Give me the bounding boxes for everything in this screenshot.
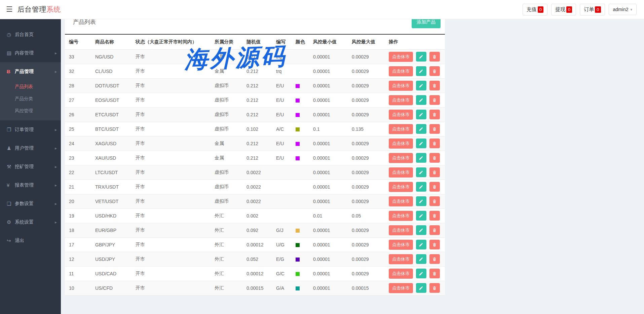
cell-product-name: US/CFD: [91, 281, 131, 295]
sidebar-item-挖矿管理[interactable]: ⚒挖矿管理▸: [0, 157, 61, 176]
sidebar-item-报表管理[interactable]: ¥报表管理▸: [0, 176, 61, 194]
delete-button[interactable]: [429, 196, 440, 206]
cell-status: 开市: [131, 49, 211, 64]
close-market-button[interactable]: 点击休市: [389, 167, 413, 178]
delete-button[interactable]: [429, 211, 440, 221]
edit-button[interactable]: [416, 139, 426, 148]
delete-button[interactable]: [429, 81, 440, 90]
stat-label: 提现: [555, 6, 565, 13]
edit-button[interactable]: [416, 95, 426, 105]
delete-button[interactable]: [429, 124, 440, 134]
stat-button-订单[interactable]: 订单0: [580, 4, 605, 15]
delete-button[interactable]: [429, 153, 440, 163]
sidebar-item-后台首页[interactable]: ◷后台首页: [0, 25, 61, 44]
delete-button[interactable]: [429, 95, 440, 105]
delete-button[interactable]: [429, 269, 440, 278]
cell-code: E/U: [272, 151, 292, 165]
delete-button[interactable]: [429, 139, 440, 148]
column-header: 编写: [272, 34, 292, 49]
delete-button[interactable]: [429, 52, 440, 62]
cell-status: 开市: [131, 223, 211, 237]
delete-button[interactable]: [429, 254, 440, 264]
edit-button[interactable]: [416, 167, 426, 177]
edit-button[interactable]: [416, 153, 426, 163]
edit-button[interactable]: [416, 66, 426, 76]
delete-button[interactable]: [429, 225, 440, 235]
stat-button-充值[interactable]: 充值0: [523, 4, 547, 15]
close-market-button[interactable]: 点击休市: [389, 153, 413, 163]
close-market-button[interactable]: 点击休市: [389, 81, 413, 91]
sidebar-item-退出[interactable]: ↪退出: [0, 231, 61, 250]
column-header: 风控最小值: [309, 34, 348, 49]
edit-button[interactable]: [416, 254, 426, 264]
cell-status: 开市: [131, 180, 211, 194]
close-market-button[interactable]: 点击休市: [389, 182, 413, 192]
cell-risk-min: 0.00001: [309, 93, 348, 107]
close-market-button[interactable]: 点击休市: [389, 240, 413, 250]
product-list-card: 产品列表 添加产品 海外源码 编号商品名称状态（大盘正常开市时间内）所属分类随机…: [65, 10, 445, 296]
gear-icon: ⚙: [7, 219, 15, 225]
sidebar-item-系统设置[interactable]: ⚙系统设置▸: [0, 213, 61, 231]
close-market-button[interactable]: 点击休市: [389, 124, 413, 134]
chevron-right-icon: ▸: [55, 69, 57, 74]
trash-icon: [432, 286, 437, 290]
cell-product-name: TRX/USDT: [91, 180, 131, 194]
edit-button[interactable]: [416, 182, 426, 192]
pencil-icon: [419, 257, 423, 262]
sidebar-item-用户管理[interactable]: ♟用户管理▸: [0, 139, 61, 157]
cell-category: 虚拟币: [211, 194, 242, 208]
cell-color: [292, 208, 309, 223]
delete-button[interactable]: [429, 66, 440, 76]
sidebar-item-订单管理[interactable]: ❐订单管理▸: [0, 120, 61, 139]
close-market-button[interactable]: 点击休市: [389, 139, 413, 149]
close-market-button[interactable]: 点击休市: [389, 196, 413, 206]
sidebar-item-参数设置[interactable]: ❏参数设置▸: [0, 194, 61, 213]
close-market-button[interactable]: 点击休市: [389, 254, 413, 264]
sidebar-subitem-产品列表[interactable]: 产品列表: [0, 81, 61, 93]
close-market-button[interactable]: 点击休市: [389, 283, 413, 293]
edit-button[interactable]: [416, 240, 426, 249]
close-market-button[interactable]: 点击休市: [389, 225, 413, 235]
close-market-button[interactable]: 点击休市: [389, 269, 413, 279]
edit-button[interactable]: [416, 81, 426, 90]
delete-button[interactable]: [429, 110, 440, 119]
edit-button[interactable]: [416, 269, 426, 278]
user-menu-button[interactable]: admin2▾: [609, 4, 637, 15]
close-market-button[interactable]: 点击休市: [389, 110, 413, 120]
close-market-button[interactable]: 点击休市: [389, 211, 413, 221]
edit-button[interactable]: [416, 110, 426, 119]
cell-risk-max: 0.135: [348, 122, 385, 136]
cell-status: 开市: [131, 266, 211, 281]
edit-button[interactable]: [416, 52, 426, 62]
chevron-right-icon: ▸: [55, 146, 57, 151]
edit-button[interactable]: [416, 211, 426, 221]
cell-id: 33: [65, 49, 91, 64]
sidebar-subitem-产品分类[interactable]: 产品分类: [0, 93, 61, 105]
edit-button[interactable]: [416, 283, 426, 293]
edit-button[interactable]: [416, 124, 426, 134]
stat-button-提现[interactable]: 提现0: [551, 4, 576, 15]
pencil-icon: [419, 185, 423, 189]
sidebar-item-产品管理[interactable]: Ƀ产品管理▸: [0, 62, 61, 81]
cell-random-value: 0.00012: [242, 237, 272, 252]
pencil-icon: [419, 271, 423, 276]
edit-button[interactable]: [416, 225, 426, 235]
sidebar-subitem-风控管理[interactable]: 风控管理: [0, 105, 61, 117]
delete-button[interactable]: [429, 167, 440, 177]
close-market-button[interactable]: 点击休市: [389, 52, 413, 62]
delete-button[interactable]: [429, 283, 440, 293]
hamburger-menu-icon[interactable]: ☰: [6, 5, 13, 14]
sidebar-item-内容管理[interactable]: ▤内容管理▸: [0, 44, 61, 62]
cell-risk-max: 0.00029: [348, 93, 385, 107]
edit-button[interactable]: [416, 196, 426, 206]
user-icon: ♟: [7, 145, 15, 151]
stat-label: 订单: [584, 6, 594, 13]
close-market-button[interactable]: 点击休市: [389, 66, 413, 76]
close-market-button[interactable]: 点击休市: [389, 95, 413, 105]
delete-button[interactable]: [429, 240, 440, 249]
cell-actions: 点击休市: [385, 281, 445, 295]
cell-product-name: VET/USDT: [91, 194, 131, 208]
table-row: 26 ETC/USDT 开市 虚拟币 0.212 E/U 0.00001 0.0…: [65, 107, 445, 122]
cell-id: 10: [65, 281, 91, 295]
delete-button[interactable]: [429, 182, 440, 192]
